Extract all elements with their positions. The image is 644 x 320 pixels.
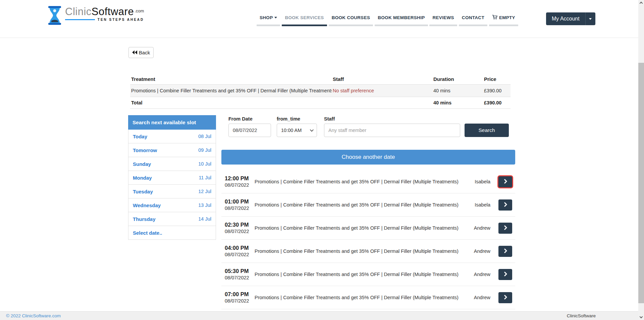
col-header-staff: Staff	[332, 76, 432, 82]
slot-time: 01:00 PM	[225, 198, 255, 205]
slot-panel-item-tomorrow[interactable]: Tomorrow 09 Jul	[128, 143, 216, 157]
chevron-right-icon	[504, 294, 507, 301]
slot-staff: Isabela	[475, 179, 490, 184]
nav-item-cart-empty[interactable]: EMPTY	[488, 15, 519, 26]
from-time-group: from_time 10:00 AM	[277, 116, 317, 137]
slot-treatment: Promotions | Combine Filler Treatments a…	[255, 295, 474, 300]
brand-name: ClinicSoftware.com	[65, 6, 144, 17]
slot-row: 02:30 PM 08/07/2022 Promotions | Combine…	[221, 217, 515, 240]
order-treatment-name: Promotions | Combine Filler Treatments a…	[130, 88, 332, 93]
choose-another-date-button[interactable]: Choose another date	[221, 150, 515, 165]
logo-tagline: TEN STEPS AHEAD	[98, 18, 144, 21]
slot-row: 07:00 PM 08/07/2022 Promotions | Combine…	[221, 286, 515, 309]
vertical-scrollbar[interactable]	[638, 0, 644, 320]
main-nav: SHOP BOOK SERVICES BOOK COURSES BOOK MEM…	[256, 15, 519, 26]
from-date-label: From Date	[228, 116, 271, 122]
slot-treatment: Promotions | Combine Filler Treatments a…	[255, 248, 474, 254]
nav-item-book-services[interactable]: BOOK SERVICES	[281, 15, 327, 26]
logo-rule	[65, 19, 95, 20]
total-label: Total	[130, 100, 332, 105]
from-time-value: 10:00 AM	[281, 128, 302, 133]
total-duration: 40 mins	[432, 100, 483, 105]
order-table-total-row: Total 40 mins £390.00	[130, 97, 511, 109]
nav-item-contact[interactable]: CONTACT	[458, 15, 488, 26]
scroll-down-arrow-icon	[640, 315, 643, 318]
slot-staff: Isabela	[475, 202, 490, 208]
copyright-link[interactable]: © 2022 ClinicSoftware.com	[6, 313, 61, 318]
hourglass-logo-icon	[47, 6, 62, 26]
nav-item-shop[interactable]: SHOP	[256, 15, 281, 26]
slot-treatment: Promotions | Combine Filler Treatments a…	[255, 179, 475, 184]
from-time-select[interactable]: 10:00 AM	[277, 124, 317, 137]
scroll-down-button[interactable]	[638, 314, 644, 320]
col-header-treatment: Treatment	[130, 76, 332, 82]
order-staff-preference: No staff preference	[332, 88, 432, 93]
order-table-header-row: Treatment Staff Duration Price	[130, 74, 511, 84]
slot-staff: Andrew	[474, 248, 490, 254]
slot-panel-item-tuesday[interactable]: Tuesday 12 Jul	[128, 185, 216, 198]
slot-treatment: Promotions | Combine Filler Treatments a…	[255, 225, 474, 231]
staff-group: Staff	[324, 116, 460, 137]
next-available-slot-panel: Search next available slot Today 08 Jul …	[128, 115, 216, 240]
order-duration: 40 mins	[432, 88, 483, 93]
from-date-input[interactable]	[228, 124, 271, 137]
col-header-duration: Duration	[432, 76, 483, 82]
scroll-up-button[interactable]	[638, 0, 644, 6]
nav-item-reviews[interactable]: REVIEWS	[429, 15, 458, 26]
back-button[interactable]: Back	[128, 47, 154, 58]
book-slot-button[interactable]	[498, 246, 512, 257]
staff-input[interactable]	[324, 124, 460, 137]
book-slot-button[interactable]	[498, 223, 512, 234]
clinicsoftware-logo[interactable]: ClinicSoftware.com TEN STEPS AHEAD	[47, 6, 144, 26]
slot-panel-item-wednesday[interactable]: Wednesday 13 Jul	[128, 198, 216, 212]
book-slot-button[interactable]	[498, 292, 512, 303]
caret-down-icon	[589, 18, 592, 20]
rewind-back-icon	[132, 50, 137, 55]
search-button[interactable]: Search	[465, 124, 509, 137]
my-account-button[interactable]: My Account	[546, 12, 585, 25]
available-slots-list: 12:00 PM 08/07/2022 Promotions | Combine…	[221, 170, 515, 309]
slot-staff: Andrew	[474, 225, 490, 231]
caret-down-icon	[274, 17, 277, 18]
slot-panel-title: Search next available slot	[128, 115, 216, 130]
slot-panel-item-thursday[interactable]: Thursday 14 Jul	[128, 212, 216, 226]
slot-panel-item-today[interactable]: Today 08 Jul	[128, 130, 216, 143]
book-slot-button[interactable]	[498, 176, 512, 187]
scrollbar-thumb[interactable]	[638, 63, 644, 303]
booking-page: ClinicSoftware.com TEN STEPS AHEAD SHOP …	[0, 0, 644, 320]
chevron-right-icon	[504, 271, 507, 278]
order-summary-table: Treatment Staff Duration Price Promotion…	[130, 74, 511, 109]
slot-row: 05:30 PM 08/07/2022 Promotions | Combine…	[221, 263, 515, 286]
slot-date: 08/07/2022	[225, 205, 255, 212]
from-date-group: From Date	[228, 116, 271, 137]
nav-item-book-membership[interactable]: BOOK MEMBERSHIP	[374, 15, 428, 26]
my-account-dropdown-toggle[interactable]	[585, 12, 595, 25]
slot-panel-item-select-date[interactable]: Select date..	[128, 226, 216, 240]
nav-item-book-courses[interactable]: BOOK COURSES	[328, 15, 374, 26]
slot-staff: Andrew	[474, 295, 490, 300]
staff-label: Staff	[324, 116, 460, 122]
slot-treatment: Promotions | Combine Filler Treatments a…	[255, 272, 474, 277]
slot-time: 05:30 PM	[225, 268, 255, 275]
slot-time: 02:30 PM	[225, 221, 255, 228]
book-slot-button[interactable]	[498, 269, 512, 280]
slot-row: 01:00 PM 08/07/2022 Promotions | Combine…	[221, 193, 515, 217]
col-header-price: Price	[483, 76, 511, 82]
slot-date: 08/07/2022	[225, 252, 255, 258]
my-account-button-group: My Account	[546, 12, 595, 25]
chevron-right-icon	[504, 225, 507, 231]
book-slot-button[interactable]	[498, 199, 512, 211]
select-caret-icon	[310, 128, 314, 132]
slot-panel-item-sunday[interactable]: Sunday 10 Jul	[128, 157, 216, 171]
total-price: £390.00	[483, 100, 511, 105]
slot-date: 08/07/2022	[225, 298, 255, 304]
slot-time: 04:00 PM	[225, 244, 255, 252]
site-header: ClinicSoftware.com TEN STEPS AHEAD SHOP …	[0, 0, 644, 38]
slot-date: 08/07/2022	[225, 228, 255, 235]
slot-staff: Andrew	[474, 272, 490, 277]
chevron-right-icon	[504, 202, 507, 208]
slot-row: 12:00 PM 08/07/2022 Promotions | Combine…	[221, 170, 515, 193]
slot-row: 04:00 PM 08/07/2022 Promotions | Combine…	[221, 240, 515, 263]
slot-date: 08/07/2022	[225, 275, 255, 281]
slot-panel-item-monday[interactable]: Monday 11 Jul	[128, 171, 216, 185]
